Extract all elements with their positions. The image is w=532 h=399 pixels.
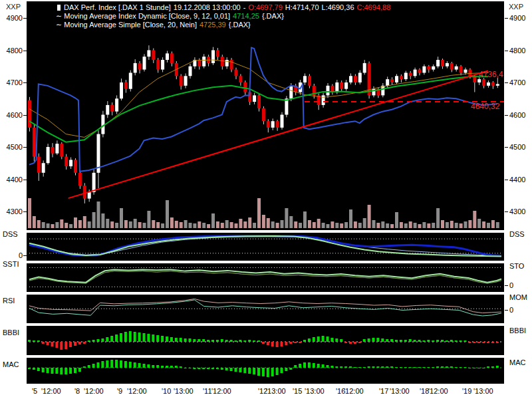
histogram-bar-up xyxy=(211,340,214,342)
histogram-bar-up xyxy=(147,364,150,368)
stochastic-main-line xyxy=(29,269,501,282)
histogram-bar-up xyxy=(372,338,375,342)
volume-bar xyxy=(51,224,55,228)
histogram-bar-down xyxy=(243,368,246,373)
volume-bar xyxy=(211,213,215,228)
volume-bar xyxy=(230,222,233,228)
histogram-bar-up xyxy=(97,339,100,342)
price-tick-label: 4400 xyxy=(3,176,23,184)
volume-bar xyxy=(170,217,174,228)
histogram-bar-down xyxy=(37,368,40,371)
histogram-bar-up xyxy=(202,339,205,342)
candle-down xyxy=(83,186,86,198)
histogram-bar-up xyxy=(37,340,40,342)
axis-tick xyxy=(23,18,27,19)
stochastic-indicator-pane[interactable] xyxy=(27,263,504,292)
time-tick-label: '13:00 xyxy=(305,387,325,395)
histogram-bar-up xyxy=(253,340,255,342)
indicator-pane-label: 0 xyxy=(509,306,513,314)
histogram-bar-down xyxy=(271,368,274,376)
volume-bar xyxy=(344,222,348,228)
bbbi-indicator-pane[interactable] xyxy=(27,326,504,355)
histogram-bar-up xyxy=(422,340,425,342)
high-value: H:4714,70 xyxy=(285,3,319,11)
rsi-momentum-indicator-pane[interactable] xyxy=(27,295,504,323)
histogram-bar-up xyxy=(193,339,196,342)
dss-indicator-pane[interactable] xyxy=(27,233,504,261)
pane-rsi-canvas[interactable] xyxy=(27,295,504,323)
volume-bar xyxy=(33,216,36,228)
time-tick-label: '12:00 xyxy=(127,387,147,395)
price-pane[interactable]: DAX Perf. Index [.DAX 1 Stunde]19.12.200… xyxy=(27,1,504,230)
histogram-bar-down xyxy=(276,342,279,347)
histogram-bar-up xyxy=(327,336,329,342)
volume-bar xyxy=(289,216,293,228)
histogram-bar-up xyxy=(464,367,467,368)
histogram-bar-down xyxy=(276,368,279,375)
histogram-bar-up xyxy=(110,336,113,342)
volume-bar xyxy=(363,218,366,228)
mac-indicator-pane[interactable] xyxy=(27,358,504,384)
candle-down xyxy=(230,60,233,70)
candle-up xyxy=(335,82,338,92)
histogram-bar-down xyxy=(468,368,471,368)
candle-up xyxy=(358,72,362,82)
candle-up xyxy=(189,66,192,76)
histogram-bar-down xyxy=(262,368,265,376)
histogram-bar-down xyxy=(189,368,192,368)
histogram-bar-up xyxy=(390,339,393,342)
candle-down xyxy=(441,60,444,66)
histogram-bar-down xyxy=(55,368,58,374)
volume-bar xyxy=(386,223,389,228)
histogram-bar-down xyxy=(262,342,265,344)
volume-bar xyxy=(110,221,114,228)
histogram-bar-up xyxy=(317,364,320,368)
indicator-pane-label: DSS xyxy=(509,230,525,238)
time-tick-label: '11 xyxy=(203,387,212,395)
candle-down xyxy=(110,105,114,112)
pane-bbbi-canvas[interactable] xyxy=(27,326,504,355)
pane-sto-canvas[interactable] xyxy=(27,263,504,292)
volume-bar xyxy=(161,223,164,228)
logo-top-left: XXP xyxy=(6,3,21,11)
histogram-bar-up xyxy=(308,338,311,342)
volume-bar xyxy=(225,220,229,228)
histogram-bar-up xyxy=(400,340,402,342)
axis-tick xyxy=(23,211,27,212)
candle-up xyxy=(289,86,293,98)
indicator-pane-label: 0 xyxy=(509,281,513,289)
histogram-bar-down xyxy=(477,368,480,368)
time-tick-label: '12:00 xyxy=(344,387,364,395)
volume-bar xyxy=(198,221,201,228)
volume-bar xyxy=(368,205,371,228)
histogram-bar-up xyxy=(239,340,241,342)
histogram-bar-up xyxy=(436,340,439,342)
candle-down xyxy=(354,76,357,82)
pane-dss-canvas[interactable] xyxy=(27,233,504,261)
histogram-bar-up xyxy=(368,338,370,342)
volume-bar xyxy=(276,223,279,228)
axis-tick xyxy=(23,82,27,83)
hline-price-label: 4640,32 xyxy=(471,102,500,111)
indicator-pane-label: MOM xyxy=(509,293,527,301)
histogram-bar-up xyxy=(395,340,398,342)
histogram-bar-down xyxy=(65,342,67,349)
histogram-bar-up xyxy=(460,367,462,368)
histogram-bar-down xyxy=(193,368,196,369)
pane-mac-canvas[interactable] xyxy=(27,358,504,384)
axis-tick xyxy=(23,147,27,148)
candle-up xyxy=(349,76,352,82)
trendline[interactable] xyxy=(68,70,488,198)
price-pane-canvas[interactable]: 4736,44640,32 xyxy=(27,1,504,230)
histogram-bar-up xyxy=(327,365,329,368)
volume-bar xyxy=(460,223,463,228)
histogram-bar-up xyxy=(161,366,164,368)
candle-up xyxy=(92,173,96,192)
candle-up xyxy=(446,63,449,66)
volume-bar xyxy=(207,224,210,228)
volume-bar xyxy=(340,223,343,228)
volume-bar xyxy=(422,222,426,228)
time-tick-label: '13:00 xyxy=(390,387,410,395)
candle-up xyxy=(143,57,146,69)
histogram-bar-down xyxy=(473,342,475,343)
